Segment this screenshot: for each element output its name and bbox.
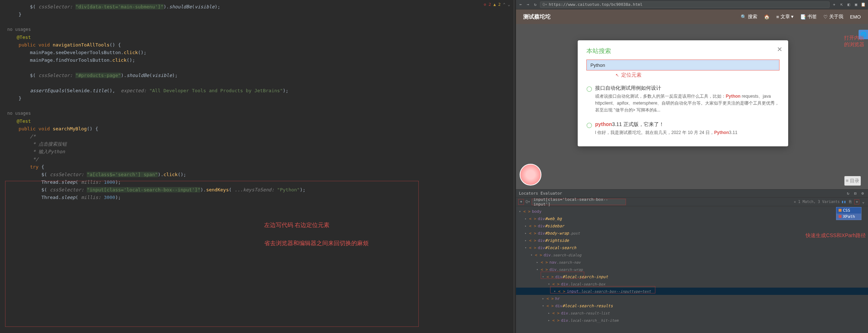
avatar [520,164,541,186]
popup-css[interactable]: CSS [836,207,861,214]
search-result[interactable]: ◯ 接口自动化测试用例如何设计 或者说接口自动化测试，多数人的第一反应是该用什么… [586,81,779,118]
match-count: ✕ 1 Match, 3 Variants [794,200,840,204]
site-brand[interactable]: 测试蔡坨坨 [523,13,550,20]
nav-home-icon[interactable]: 🏠 [764,14,770,20]
gear-icon[interactable]: ⚙ [860,191,865,196]
back-icon[interactable]: ← [518,2,523,7]
nav-about[interactable]: ♡ 关于我 [823,13,843,20]
tree-row[interactable]: ▸ < > div .search-result-list [516,309,868,317]
site-nav: 测试蔡坨坨 🔍 搜索 🏠 ≡ 文章 ▾ 📑 书签 ♡ 关于我 EMO [516,9,868,24]
tree-row[interactable]: ▾ < > body [516,208,868,215]
tree-row[interactable]: ▸ < > div .local-search__hit-item [516,317,868,324]
tree-row[interactable]: ▾ < > div #local-search-input [516,273,868,280]
nav-emo[interactable]: EMO [850,14,861,20]
forward-icon[interactable]: → [525,2,531,7]
reload-icon[interactable]: ↻ [533,2,538,7]
copy-icon[interactable]: ⎘ [848,199,853,204]
locator-input[interactable]: input[class='local-search-box--input'] [532,199,626,205]
tree-row[interactable]: ▸ < > div #sidebar [516,222,868,230]
annotation-text: 省去浏览器和编辑器之间来回切换的麻烦 [264,240,369,247]
annotation-highlight [586,60,779,70]
browser-preview[interactable]: m 🌐 测试蔡坨坨 🔍 搜索 🏠 ≡ 文章 ▾ 📑 书签 ♡ 关于我 EMO 打… [516,9,868,189]
tree-row[interactable]: ▾ < > input .local-search-box--input typ… [516,288,868,295]
search-dialog: 本站搜索 ✕ ↖定位元素 ◯ 接口自动化测试用例如何设计 或者说接口自动化测试，… [578,40,788,146]
tree-row[interactable]: ▸ < > nav .search-nav [516,259,868,266]
annotation-generate: 快速生成CSS和XParh路径 [806,232,866,239]
locators-header: Locators Evaluator ↻ ⊟ ⚙ [516,190,868,198]
compact-icon[interactable]: ⊟ [853,191,858,196]
result-title: 接口自动化测试用例如何设计 [595,85,779,92]
annotation-locate: ↖定位元素 [615,72,779,78]
close-icon[interactable]: ✕ [777,45,782,53]
locators-search-row: ⌖ Q▾ input[class='local-search-box--inpu… [516,198,868,206]
tree-row[interactable]: ▸ < > div #web_bg [516,215,868,222]
popup-xpath[interactable]: XPath [836,214,861,220]
refresh-icon[interactable]: ↻ [846,191,851,196]
dialog-title: 本站搜索 [586,47,779,55]
window-icon[interactable]: ▣ [853,2,859,7]
send-icon[interactable]: ✈ [832,2,837,7]
annotation-text: 左边写代码 右边定位元素 [264,222,329,229]
locators-panel: Locators Evaluator ↻ ⊟ ⚙ ⌖ Q▾ input[clas… [516,189,868,333]
browser-pane: ← → ↻ Q▾ https://www.caituotuo.top/bc900… [516,0,868,333]
tree-row[interactable]: ▾ < > div #local-search-results [516,302,868,309]
result-desc: 或者说接口自动化测试，多数人的第一反应是该用什么工具，比如：Python req… [595,93,779,114]
result-desc: l 你好，我是测试蔡坨坨。就在前几天，2022 年 10 月 24 日，Pyth… [595,129,779,136]
nav-search[interactable]: 🔍 搜索 [741,13,757,20]
tree-row[interactable]: ▸ < > hr [516,295,868,302]
picker-icon[interactable]: ⌖ [518,199,524,205]
tree-row[interactable]: ▾ < > div .search-dialog [516,251,868,259]
tree-row[interactable]: ▾ < > div #local-search [516,244,868,251]
tree-row[interactable]: ▾ < > div .local-search-box [516,280,868,288]
annotation-box [5,181,419,327]
code-editor[interactable]: ⊘ 2 ▲ 2 ⌃ ⌄ $( cssSelector: "div[data-te… [0,0,514,333]
add-icon[interactable]: ＋ [854,199,859,204]
search-result[interactable]: ◯ python3.11 正式版，它来了！ l 你好，我是测试蔡坨坨。就在前几天… [586,118,779,140]
toc-button[interactable]: ≡ 目录 [844,176,861,186]
highlight-icon[interactable]: ▮▮ [841,199,846,204]
add-popup: CSS XPath [836,207,861,220]
search-input[interactable] [587,60,779,70]
open-external-icon[interactable]: ⇱ [839,2,844,7]
result-title: python3.11 正式版，它来了！ [595,121,779,128]
devtools-icon[interactable]: ◧ [846,2,851,7]
search-prefix: Q▾ [525,199,530,204]
tree-row[interactable]: ▾ < > div .search-wrap [516,266,868,273]
inspection-status[interactable]: ⊘ 2 ▲ 2 ⌃ ⌄ [484,2,510,7]
annotation-open-browser: 打开内嵌的浏览器 [844,35,864,48]
nav-category[interactable]: ≡ 文章 ▾ [776,13,794,20]
chevron-down-icon[interactable]: ⌄ [861,199,866,204]
bullet-icon: ◯ [586,86,592,114]
url-input[interactable]: Q▾ https://www.caituotuo.top/bc90038a.ht… [540,1,830,8]
browser-toolbar: ← → ↻ Q▾ https://www.caituotuo.top/bc900… [516,0,868,9]
clipboard-icon[interactable]: 📋 [861,2,866,7]
dom-tree[interactable]: 快速生成CSS和XParh路径 ▾ < > body▸ < > div #web… [516,206,868,333]
nav-bookmark[interactable]: 📑 书签 [800,13,817,20]
bullet-icon: ◯ [586,122,592,136]
